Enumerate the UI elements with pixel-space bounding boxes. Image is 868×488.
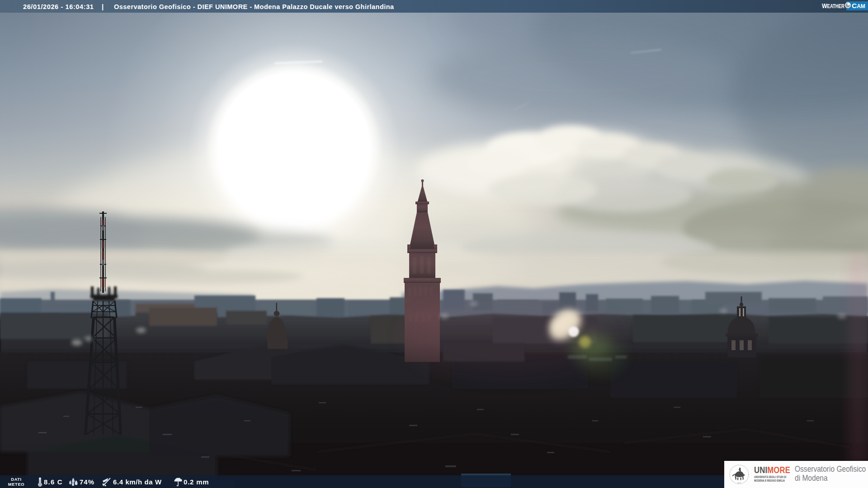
svg-text:1175: 1175 (737, 482, 741, 484)
